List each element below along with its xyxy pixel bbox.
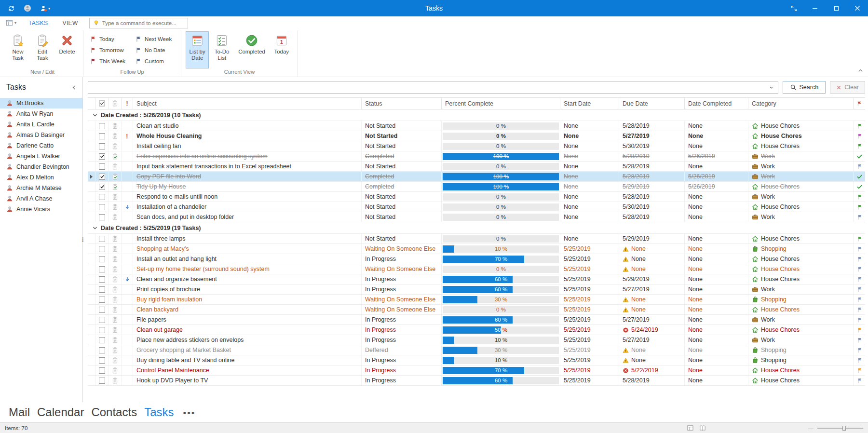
- flag-green-icon[interactable]: [856, 194, 863, 200]
- nav-tasks[interactable]: Tasks: [144, 406, 174, 419]
- maximize-icon[interactable]: [826, 0, 847, 16]
- task-row[interactable]: Scan docs, and put in desktop folderNot …: [88, 212, 865, 222]
- task-row[interactable]: Installation of a chandelierNot Started0…: [88, 202, 865, 212]
- contact-photo-icon[interactable]: [24, 4, 31, 12]
- flag-green-icon[interactable]: [856, 204, 863, 210]
- task-checkbox[interactable]: [99, 143, 105, 149]
- ribbon-tab-tasks[interactable]: TASKS: [21, 17, 55, 29]
- flag-blue-icon[interactable]: [856, 276, 863, 283]
- task-row[interactable]: Buy rigid foam insulationWaiting On Some…: [88, 295, 865, 305]
- flag-orange-icon[interactable]: [856, 327, 863, 333]
- zoom-slider-thumb[interactable]: [842, 426, 846, 431]
- group-header[interactable]: Date Created : 5/25/2019 (19 Tasks): [88, 222, 865, 234]
- task-checkbox[interactable]: [99, 123, 105, 129]
- task-checkbox[interactable]: [99, 163, 105, 170]
- task-checkbox[interactable]: [99, 256, 105, 262]
- normal-view-icon[interactable]: [687, 425, 693, 431]
- task-row[interactable]: Grocery shopping at Market BasketDeffere…: [88, 345, 865, 355]
- task-row[interactable]: Place new address stickers on envelopsIn…: [88, 335, 865, 345]
- task-checkbox[interactable]: [99, 133, 105, 139]
- task-checkbox[interactable]: [99, 307, 105, 313]
- ribbon-button-custom[interactable]: Custom: [133, 55, 176, 67]
- account-icon[interactable]: ▾: [40, 5, 50, 12]
- flag-blue-icon[interactable]: [856, 214, 863, 220]
- ribbon-button-new-task[interactable]: New Task: [6, 31, 29, 68]
- flag-orange-icon[interactable]: [856, 367, 863, 374]
- task-row[interactable]: Print copies of brochureIn Progress60 %6…: [88, 284, 865, 295]
- column-header-category[interactable]: Category: [748, 98, 854, 109]
- ribbon-button-no-date[interactable]: No Date: [133, 44, 176, 55]
- app-menu-icon[interactable]: ▾: [5, 19, 21, 27]
- group-header[interactable]: Date Created : 5/26/2019 (10 Tasks): [88, 109, 865, 121]
- search-button[interactable]: Search: [783, 81, 826, 94]
- column-header-type[interactable]: [109, 98, 122, 109]
- sidebar-item-chandler-bevington[interactable]: Chandler Bevington: [0, 162, 82, 172]
- column-header-priority[interactable]: !: [122, 98, 133, 109]
- task-row[interactable]: Tidy Up My HouseCompleted100 %100 %None5…: [88, 182, 865, 192]
- task-row[interactable]: Clean out garageIn Progress50 %50 %5/25/…: [88, 325, 865, 335]
- flag-blue-icon[interactable]: [856, 297, 863, 303]
- ribbon-button-today[interactable]: 1Today: [270, 31, 293, 68]
- sidebar-item-anita-w-ryan[interactable]: Anita W Ryan: [0, 108, 82, 119]
- task-row[interactable]: Clean and organize basementIn Progress60…: [88, 274, 865, 284]
- sidebar-item-angela-l-walker[interactable]: Angela L Walker: [0, 151, 82, 162]
- send-receive-icon[interactable]: [8, 5, 15, 12]
- task-checkbox[interactable]: [99, 378, 105, 384]
- search-input[interactable]: [88, 81, 778, 94]
- nav-mail[interactable]: Mail: [9, 406, 30, 419]
- fullscreen-icon[interactable]: [783, 0, 804, 16]
- flag-green-icon[interactable]: [856, 236, 863, 242]
- column-header-checkbox[interactable]: [95, 98, 109, 109]
- close-icon[interactable]: [847, 0, 868, 16]
- sidebar-item-annie-vicars[interactable]: Annie Vicars: [0, 204, 82, 215]
- flag-blue-icon[interactable]: [856, 266, 863, 272]
- task-row[interactable]: Install three lampsNot Started0 %0 %None…: [88, 234, 865, 244]
- flag-green-icon[interactable]: [856, 123, 863, 129]
- task-checkbox[interactable]: [99, 184, 105, 190]
- checkmark-icon[interactable]: [856, 184, 863, 190]
- zoom-out-icon[interactable]: —: [808, 425, 814, 431]
- clear-button[interactable]: Clear: [830, 81, 865, 94]
- task-checkbox[interactable]: [99, 327, 105, 333]
- ribbon-button-next-week[interactable]: Next Week: [133, 33, 176, 44]
- task-row[interactable]: Buy dining table and TV stand onlineIn P…: [88, 355, 865, 365]
- nav-contacts[interactable]: Contacts: [91, 406, 137, 419]
- ribbon-button-tomorrow[interactable]: Tomorrow: [88, 44, 130, 55]
- task-checkbox[interactable]: [99, 214, 105, 220]
- task-checkbox[interactable]: [99, 297, 105, 303]
- ribbon-button-list-by-date[interactable]: List by Date: [186, 31, 209, 68]
- ribbon-button-edit-task[interactable]: Edit Task: [31, 31, 54, 68]
- column-header-flag[interactable]: [854, 98, 865, 109]
- task-checkbox[interactable]: [99, 286, 105, 293]
- task-row[interactable]: Install an outlet and hang lightIn Progr…: [88, 254, 865, 264]
- column-header-date-completed[interactable]: Date Completed: [685, 98, 748, 109]
- sidebar-item-darlene-catto[interactable]: Darlene Catto: [0, 140, 82, 151]
- task-row[interactable]: Hook up DVD Player to TVIn Progress60 %6…: [88, 376, 865, 386]
- command-box[interactable]: [89, 18, 188, 28]
- collapse-ribbon-icon[interactable]: [858, 68, 863, 73]
- task-checkbox[interactable]: [99, 194, 105, 200]
- collapse-sidebar-icon[interactable]: [71, 85, 77, 90]
- column-header-status[interactable]: Status: [362, 98, 442, 109]
- flag-blue-icon[interactable]: [856, 347, 863, 353]
- task-row[interactable]: Control Panel MaintenanceIn Progress70 %…: [88, 365, 865, 376]
- flag-purple-icon[interactable]: [856, 133, 863, 139]
- task-row[interactable]: Clean art studioNot Started0 %0 %None5/2…: [88, 121, 865, 131]
- nav-calendar[interactable]: Calendar: [37, 406, 84, 419]
- flag-blue-icon[interactable]: [856, 317, 863, 323]
- ribbon-tab-view[interactable]: VIEW: [55, 17, 85, 29]
- ribbon-button-today[interactable]: Today: [88, 33, 130, 44]
- column-header-subject[interactable]: Subject: [133, 98, 362, 109]
- task-row[interactable]: Input bank statement transactions in to …: [88, 162, 865, 172]
- command-input[interactable]: [102, 20, 184, 26]
- task-checkbox[interactable]: [99, 337, 105, 343]
- flag-blue-icon[interactable]: [856, 307, 863, 313]
- flag-blue-icon[interactable]: [856, 286, 863, 293]
- checkmark-icon[interactable]: [856, 174, 863, 180]
- task-checkbox[interactable]: [99, 246, 105, 252]
- checkmark-icon[interactable]: [856, 153, 863, 160]
- sidebar-item-almas-d-basinger[interactable]: Almas D Basinger: [0, 130, 82, 140]
- sidebar-item-alex-d-melton[interactable]: Alex D Melton: [0, 172, 82, 183]
- task-row[interactable]: Set-up my home theater (surround sound) …: [88, 264, 865, 274]
- ribbon-button-completed[interactable]: Completed: [235, 31, 269, 68]
